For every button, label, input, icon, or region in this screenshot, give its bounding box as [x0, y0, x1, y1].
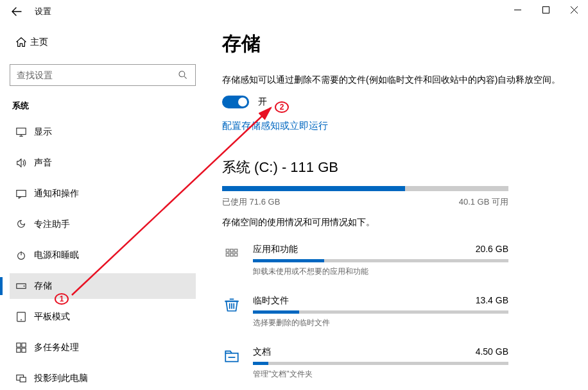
storage-sense-toggle[interactable] — [222, 96, 249, 108]
search-input[interactable] — [17, 70, 177, 80]
svg-rect-2 — [17, 128, 26, 135]
free-label: 40.1 GB 可用 — [459, 196, 508, 208]
display-icon — [12, 126, 30, 138]
title-bar: 设置 — [0, 0, 588, 23]
sidebar-item-label: 投影到此电脑 — [34, 373, 88, 384]
focus-icon — [12, 219, 30, 230]
home-button[interactable]: 主页 — [10, 30, 196, 55]
storage-icon — [12, 280, 30, 292]
sidebar-item-notifications[interactable]: 通知和操作 — [10, 181, 196, 207]
documents-icon — [222, 346, 241, 380]
main-panel: 存储 存储感知可以通过删除不需要的文件(例如临时文件和回收站中的内容)自动释放空… — [205, 23, 588, 390]
multitask-icon — [12, 342, 30, 353]
svg-rect-20 — [234, 253, 237, 256]
sidebar-item-label: 专注助手 — [34, 219, 70, 230]
sidebar-item-project[interactable]: 投影到此电脑 — [10, 366, 196, 390]
storage-sense-toggle-row: 开 — [222, 96, 562, 108]
storage-item-hint: 选择要删除的临时文件 — [253, 318, 508, 328]
svg-rect-12 — [22, 348, 26, 352]
svg-rect-0 — [542, 6, 549, 13]
sidebar-item-focus[interactable]: 专注助手 — [10, 212, 196, 237]
power-icon — [12, 250, 30, 261]
page-title: 存储 — [222, 31, 562, 57]
sidebar-item-display[interactable]: 显示 — [10, 119, 196, 145]
used-label: 已使用 71.6 GB — [222, 196, 280, 208]
back-button[interactable] — [6, 1, 27, 22]
svg-rect-15 — [226, 250, 229, 252]
configure-storage-sense-link[interactable]: 配置存储感知或立即运行 — [222, 120, 328, 132]
sidebar-item-label: 多任务处理 — [34, 342, 79, 353]
drive-usage-text: 已使用 71.6 GB 40.1 GB 可用 — [222, 196, 508, 208]
drive-title: 系统 (C:) - 111 GB — [222, 158, 562, 177]
sidebar-item-label: 电源和睡眠 — [34, 250, 79, 261]
storage-item-hint: 卸载未使用或不想要的应用和功能 — [253, 266, 508, 277]
storage-item-title: 临时文件 — [253, 295, 289, 307]
storage-item-bar — [253, 362, 508, 365]
storage-category-list: 应用和功能 20.6 GB 卸载未使用或不想要的应用和功能 临时文件 13.4 … — [222, 244, 508, 390]
sidebar-item-label: 通知和操作 — [34, 188, 79, 199]
storage-sense-desc: 存储感知可以通过删除不需要的文件(例如临时文件和回收站中的内容)自动释放空间。 — [222, 72, 562, 87]
storage-item-hint: 管理"文档"文件夹 — [253, 369, 508, 380]
svg-rect-18 — [226, 253, 229, 256]
sidebar-item-storage[interactable]: 存储 — [10, 273, 196, 299]
storage-item-bar — [253, 259, 508, 262]
svg-rect-9 — [17, 343, 21, 347]
svg-rect-3 — [17, 191, 26, 197]
sidebar-item-label: 存储 — [34, 280, 52, 292]
search-box[interactable] — [10, 64, 196, 86]
svg-point-1 — [179, 71, 185, 77]
svg-rect-14 — [20, 377, 26, 382]
toggle-state-label: 开 — [258, 96, 267, 108]
storage-item-apps[interactable]: 应用和功能 20.6 GB 卸载未使用或不想要的应用和功能 — [222, 244, 508, 277]
storage-item-title: 应用和功能 — [253, 244, 298, 255]
window-controls — [503, 0, 588, 19]
sidebar-item-multitask[interactable]: 多任务处理 — [10, 335, 196, 360]
search-icon — [177, 70, 189, 80]
storage-item-bar — [253, 310, 508, 314]
arrow-left-icon — [12, 6, 22, 17]
close-button[interactable] — [560, 0, 588, 19]
svg-rect-10 — [22, 343, 26, 347]
sidebar-item-tablet[interactable]: 平板模式 — [10, 304, 196, 330]
tablet-icon — [12, 311, 30, 323]
svg-rect-17 — [234, 250, 237, 252]
sidebar: 主页 系统 显示 声音 通知和操作 — [0, 23, 205, 390]
storage-item-title: 文档 — [253, 346, 271, 358]
minimize-button[interactable] — [503, 0, 532, 19]
apps-icon — [222, 244, 241, 277]
usage-sub-desc: 存储空间的使用情况和可用情况如下。 — [222, 217, 562, 228]
storage-item-documents[interactable]: 文档 4.50 GB 管理"文档"文件夹 — [222, 346, 508, 380]
temp-icon — [222, 295, 241, 328]
sidebar-item-label: 声音 — [34, 157, 52, 169]
svg-rect-19 — [230, 253, 233, 256]
svg-rect-16 — [230, 250, 233, 252]
sound-icon — [12, 157, 30, 169]
svg-point-8 — [21, 319, 22, 321]
project-icon — [12, 373, 30, 384]
sidebar-item-power[interactable]: 电源和睡眠 — [10, 242, 196, 268]
storage-item-size: 20.6 GB — [476, 244, 508, 255]
storage-item-size: 4.50 GB — [476, 346, 508, 358]
sidebar-item-label: 显示 — [34, 126, 52, 138]
storage-item-temp[interactable]: 临时文件 13.4 GB 选择要删除的临时文件 — [222, 295, 508, 328]
drive-usage-bar — [222, 186, 508, 191]
section-label: 系统 — [10, 100, 196, 112]
sidebar-item-label: 平板模式 — [34, 311, 70, 323]
svg-point-6 — [24, 285, 25, 287]
home-icon — [12, 37, 30, 48]
home-label: 主页 — [30, 37, 48, 48]
storage-item-size: 13.4 GB — [476, 295, 508, 307]
maximize-button[interactable] — [532, 0, 560, 19]
notifications-icon — [12, 188, 30, 199]
sidebar-item-sound[interactable]: 声音 — [10, 150, 196, 176]
svg-rect-11 — [17, 348, 21, 352]
window-title: 设置 — [35, 6, 51, 17]
